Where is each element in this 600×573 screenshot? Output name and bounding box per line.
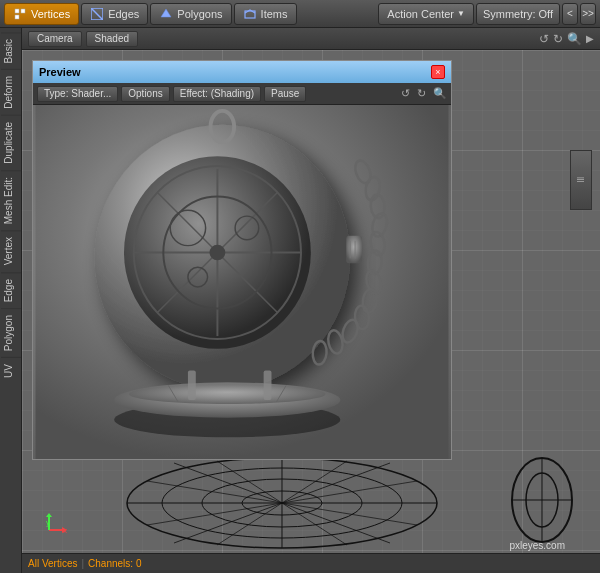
viewport-bg: Preview × Type: Shader... Options Effect… xyxy=(22,50,600,573)
svg-text:x: x xyxy=(63,526,67,535)
viewport-header: Camera Shaded ↺ ↻ 🔍 ▶ xyxy=(22,28,600,50)
polygons-icon xyxy=(159,7,173,21)
sidebar-item-deform[interactable]: Deform xyxy=(1,69,21,115)
preview-titlebar: Preview × xyxy=(33,61,451,83)
preview-zoom-icon[interactable]: 🔍 xyxy=(433,87,447,100)
options-button[interactable]: Options xyxy=(121,86,169,102)
top-toolbar: Vertices Edges Polygons Items Action Cen… xyxy=(0,0,600,28)
camera-button[interactable]: Camera xyxy=(28,31,82,47)
edges-label: Edges xyxy=(108,8,139,20)
nav-prev-button[interactable]: < xyxy=(562,3,578,25)
preview-toolbar: Type: Shader... Options Effect: (Shading… xyxy=(33,83,451,105)
edges-button[interactable]: Edges xyxy=(81,3,148,25)
svg-marker-64 xyxy=(46,513,52,517)
items-icon xyxy=(243,7,257,21)
viewport-bottom-bar: All Vertices | Channels: 0 xyxy=(22,553,600,573)
sidebar-item-mesh-edit[interactable]: Mesh Edit: xyxy=(1,170,21,230)
svg-rect-35 xyxy=(346,236,362,264)
shaded-label: Shaded xyxy=(95,33,129,44)
sidebar-item-polygon[interactable]: Polygon xyxy=(1,308,21,357)
shaded-button[interactable]: Shaded xyxy=(86,31,138,47)
refresh-icon[interactable]: ↻ xyxy=(553,32,563,46)
zoom-icon[interactable]: 🔍 xyxy=(567,32,582,46)
camera-label: Camera xyxy=(37,33,73,44)
vertices-label: Vertices xyxy=(31,8,70,20)
more-icon[interactable]: ▶ xyxy=(586,33,594,44)
nav-next-button[interactable]: >> xyxy=(580,3,596,25)
edges-icon xyxy=(90,7,104,21)
svg-rect-44 xyxy=(264,371,272,401)
preview-close-button[interactable]: × xyxy=(431,65,445,79)
nav-next-icon: >> xyxy=(582,8,594,19)
pause-button[interactable]: Pause xyxy=(264,86,306,102)
action-center-button[interactable]: Action Center ▼ xyxy=(378,3,474,25)
type-shader-button[interactable]: Type: Shader... xyxy=(37,86,118,102)
rotate-icon[interactable]: ↺ xyxy=(539,32,549,46)
effect-button[interactable]: Effect: (Shading) xyxy=(173,86,261,102)
svg-marker-5 xyxy=(161,9,171,17)
svg-rect-43 xyxy=(188,371,196,401)
sidebar-item-basic[interactable]: Basic xyxy=(1,32,21,69)
action-center-label: Action Center xyxy=(387,8,454,20)
nav-prev-icon: < xyxy=(567,8,573,19)
svg-rect-0 xyxy=(15,9,19,13)
channels-label: Channels: 0 xyxy=(88,558,141,569)
left-sidebar: Basic Deform Duplicate Mesh Edit: Vertex… xyxy=(0,28,22,573)
svg-rect-2 xyxy=(15,15,19,19)
polygons-label: Polygons xyxy=(177,8,222,20)
svg-text:y: y xyxy=(46,518,50,527)
items-label: Items xyxy=(261,8,288,20)
vertices-button[interactable]: Vertices xyxy=(4,3,79,25)
viewport-icons: ↺ ↻ 🔍 ▶ xyxy=(539,32,594,46)
sidebar-item-edge[interactable]: Edge xyxy=(1,272,21,308)
svg-rect-1 xyxy=(21,9,25,13)
svg-point-19 xyxy=(210,245,226,261)
symmetry-button[interactable]: Symmetry: Off xyxy=(476,3,560,25)
all-vertices-label: All Vertices xyxy=(28,558,77,569)
preview-render-area xyxy=(33,105,451,459)
items-button[interactable]: Items xyxy=(234,3,297,25)
preview-window: Preview × Type: Shader... Options Effect… xyxy=(32,60,452,460)
wireframe-disc xyxy=(122,453,442,553)
symmetry-label: Symmetry: Off xyxy=(483,8,553,20)
preview-refresh-icon[interactable]: ↻ xyxy=(417,87,426,100)
watermark: pxleyes.com xyxy=(509,540,565,551)
sidebar-item-vertex[interactable]: Vertex xyxy=(1,230,21,271)
axis-indicator: x y xyxy=(32,513,67,548)
viewport-area: Camera Shaded ↺ ↻ 🔍 ▶ xyxy=(22,28,600,573)
polygons-button[interactable]: Polygons xyxy=(150,3,231,25)
watermark-text: pxleyes.com xyxy=(509,540,565,551)
preview-rotate-icon[interactable]: ↺ xyxy=(401,87,410,100)
dropdown-arrow-icon: ▼ xyxy=(457,9,465,18)
svg-point-40 xyxy=(129,384,326,404)
render-scene xyxy=(33,105,451,459)
vertices-icon xyxy=(13,7,27,21)
main-area: Basic Deform Duplicate Mesh Edit: Vertex… xyxy=(0,28,600,573)
wireframe-ring xyxy=(505,453,580,548)
preview-title: Preview xyxy=(39,66,81,78)
sidebar-item-uv[interactable]: UV xyxy=(1,357,21,384)
svg-line-4 xyxy=(91,8,103,20)
right-btn-1[interactable]: ||| xyxy=(570,150,592,210)
right-panel: ||| xyxy=(570,150,600,211)
sidebar-item-duplicate[interactable]: Duplicate xyxy=(1,115,21,170)
